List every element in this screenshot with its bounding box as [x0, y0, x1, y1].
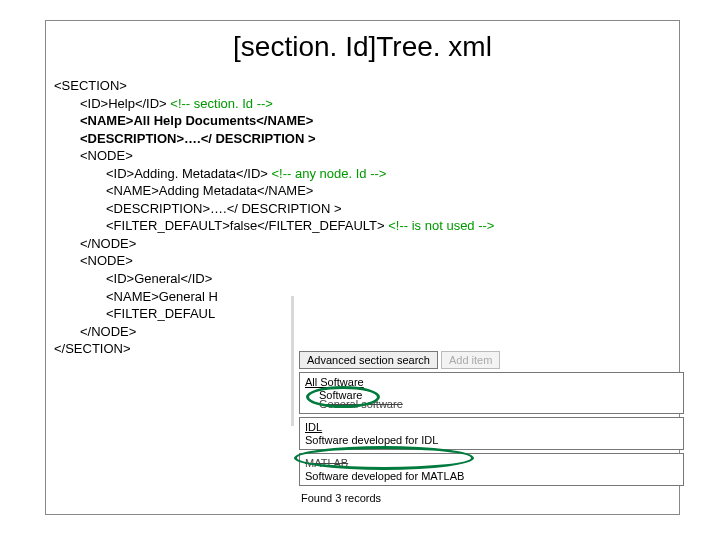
xml-line: <SECTION>: [54, 77, 679, 95]
xml-line: <DESCRIPTION>….</ DESCRIPTION >: [54, 200, 679, 218]
result-item[interactable]: All Software Software General software: [299, 372, 684, 414]
xml-line: <NAME>Adding Metadata</NAME>: [54, 182, 679, 200]
xml-line: <NODE>: [54, 147, 679, 165]
slide-title: [section. Id]Tree. xml: [46, 21, 679, 77]
result-item[interactable]: IDL Software developed for IDL: [299, 417, 684, 450]
xml-text: <ID>Adding. Metadata</ID>: [106, 166, 272, 181]
xml-comment: <!-- is not used -->: [388, 218, 494, 233]
result-title: IDL: [305, 421, 678, 433]
xml-line: <DESCRIPTION>….</ DESCRIPTION >: [54, 130, 679, 148]
xml-comment: <!-- section. Id -->: [170, 96, 273, 111]
xml-line: </NODE>: [54, 323, 679, 341]
xml-line: <NODE>: [54, 252, 679, 270]
sub-text-struck: General software: [305, 398, 678, 410]
xml-line: <ID>Help</ID> <!-- section. Id -->: [54, 95, 679, 113]
tab-add-item[interactable]: Add item: [441, 351, 500, 369]
result-subtitle: Software developed for IDL: [305, 434, 678, 446]
separator-bar: [291, 296, 294, 426]
xml-line: <NAME>General H: [54, 288, 679, 306]
xml-line: <ID>Adding. Metadata</ID> <!-- any node.…: [54, 165, 679, 183]
status-text: Found 3 records: [299, 492, 684, 504]
tab-row: Advanced section search Add item: [299, 351, 684, 369]
search-results-panel: Advanced section search Add item All Sof…: [299, 351, 684, 504]
xml-comment: <!-- any node. Id -->: [272, 166, 387, 181]
xml-line: <NAME>All Help Documents</NAME>: [54, 112, 679, 130]
xml-line: <ID>General</ID>: [54, 270, 679, 288]
xml-line: <FILTER_DEFAULT>false</FILTER_DEFAULT> <…: [54, 217, 679, 235]
result-item[interactable]: MATLAB Software developed for MATLAB: [299, 453, 684, 486]
xml-code-block: <SECTION> <ID>Help</ID> <!-- section. Id…: [46, 77, 679, 358]
xml-text: <ID>Help</ID>: [80, 96, 170, 111]
result-subtitle: Software developed for MATLAB: [305, 470, 678, 482]
tab-advanced-search[interactable]: Advanced section search: [299, 351, 438, 369]
result-title: All Software: [305, 376, 678, 388]
xml-line: </NODE>: [54, 235, 679, 253]
result-title-struck: MATLAB: [305, 457, 678, 469]
xml-line: <FILTER_DEFAUL: [54, 305, 679, 323]
xml-text: <FILTER_DEFAULT>false</FILTER_DEFAULT>: [106, 218, 388, 233]
slide-card: [section. Id]Tree. xml <SECTION> <ID>Hel…: [45, 20, 680, 515]
